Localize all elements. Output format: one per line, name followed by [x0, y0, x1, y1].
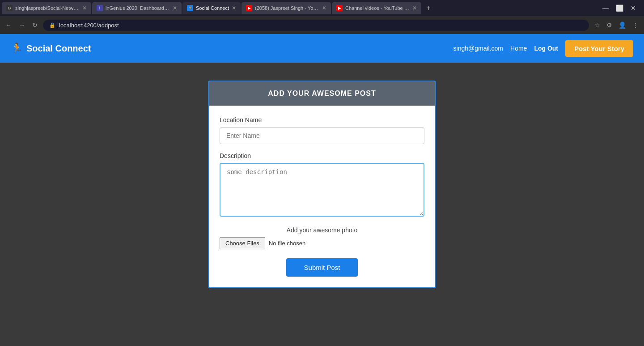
ingenius-favicon: i	[97, 5, 103, 11]
tab-social-connect-close[interactable]: ✕	[232, 5, 236, 11]
card-title: ADD YOUR AWESOME POST	[217, 90, 427, 98]
forward-button[interactable]: →	[17, 21, 27, 30]
tab-youtube1-label: (2058) Jaspreet Singh - YouTube	[255, 5, 319, 11]
tab-github-close[interactable]: ✕	[82, 5, 87, 11]
file-input-row: Choose Files No file chosen	[220, 237, 424, 249]
post-story-button[interactable]: Post Your Story	[565, 40, 633, 57]
back-button[interactable]: ←	[4, 21, 13, 30]
description-textarea[interactable]	[220, 163, 424, 217]
profile-icon[interactable]: 👤	[617, 21, 628, 30]
location-label: Location Name	[220, 116, 424, 124]
tab-ingenius-close[interactable]: ✕	[173, 5, 177, 11]
main-content: ADD YOUR AWESOME POST Location Name Desc…	[0, 63, 644, 346]
submit-post-button[interactable]: Submit Post	[286, 258, 358, 277]
tab-bar: ⊙ singhjaspreeb/Social-Network... ✕ i in…	[0, 0, 644, 16]
app-header: 🏃 Social Connect singh@gmail.com Home Lo…	[0, 34, 644, 63]
menu-icon[interactable]: ⋮	[631, 21, 640, 30]
user-email: singh@gmail.com	[453, 45, 503, 52]
address-bar[interactable]: 🔒 localhost:4200/addpost	[43, 20, 589, 31]
star-icon[interactable]: ☆	[593, 21, 602, 30]
window-controls: — ⬜ ✕	[600, 4, 642, 13]
lock-icon: 🔒	[49, 22, 55, 28]
choose-files-button[interactable]: Choose Files	[220, 237, 265, 249]
youtube1-favicon: ▶	[246, 5, 252, 11]
app-name: Social Connect	[26, 43, 91, 54]
home-link[interactable]: Home	[510, 45, 527, 52]
maximize-button[interactable]: ⬜	[613, 4, 626, 13]
reload-button[interactable]: ↻	[30, 21, 39, 30]
address-text: localhost:4200/addpost	[59, 22, 119, 29]
card-body: Location Name Description Add your aweso…	[209, 106, 435, 287]
new-tab-button[interactable]: +	[422, 2, 435, 14]
tab-youtube1-close[interactable]: ✕	[322, 5, 326, 11]
app-logo: 🏃 Social Connect	[11, 43, 91, 54]
tab-youtube2-label: Channel videos - YouTube Studio	[345, 5, 410, 11]
settings-icon[interactable]: ⚙	[605, 21, 614, 30]
close-window-button[interactable]: ✕	[628, 4, 639, 13]
no-file-text: No file chosen	[269, 240, 305, 247]
toolbar-icons: ☆ ⚙ 👤 ⋮	[593, 21, 640, 30]
tab-ingenius[interactable]: i inGenius 2020: Dashboard | Dev... ✕	[92, 2, 182, 14]
youtube2-favicon: ▶	[336, 5, 343, 11]
tab-social-connect-label: Social Connect	[196, 5, 229, 11]
description-label: Description	[220, 152, 424, 159]
tab-youtube1[interactable]: ▶ (2058) Jaspreet Singh - YouTube ✕	[242, 2, 331, 14]
github-favicon: ⊙	[6, 5, 13, 11]
tab-youtube2-close[interactable]: ✕	[412, 5, 417, 11]
logo-icon: 🏃	[11, 43, 23, 54]
tab-social-connect[interactable]: 🏃 Social Connect ✕	[182, 2, 241, 14]
post-card: ADD YOUR AWESOME POST Location Name Desc…	[208, 81, 436, 288]
tab-ingenius-label: inGenius 2020: Dashboard | Dev...	[106, 5, 170, 11]
browser-chrome: ⊙ singhjaspreeb/Social-Network... ✕ i in…	[0, 0, 644, 34]
social-connect-favicon: 🏃	[187, 5, 193, 11]
location-input[interactable]	[220, 127, 424, 144]
tab-github[interactable]: ⊙ singhjaspreeb/Social-Network... ✕	[2, 2, 91, 14]
description-form-group: Description	[220, 152, 424, 218]
tab-youtube2[interactable]: ▶ Channel videos - YouTube Studio ✕	[332, 2, 421, 14]
minimize-button[interactable]: —	[600, 4, 611, 13]
address-bar-row: ← → ↻ 🔒 localhost:4200/addpost ☆ ⚙ 👤 ⋮	[0, 16, 644, 34]
photo-form-group: Add your awesome photo Choose Files No f…	[220, 226, 424, 249]
logout-button[interactable]: Log Out	[534, 45, 558, 52]
app-nav: singh@gmail.com Home Log Out Post Your S…	[453, 40, 633, 57]
tab-github-label: singhjaspreeb/Social-Network...	[15, 5, 80, 11]
location-form-group: Location Name	[220, 116, 424, 144]
photo-label: Add your awesome photo	[220, 226, 424, 234]
card-header: ADD YOUR AWESOME POST	[209, 81, 435, 106]
